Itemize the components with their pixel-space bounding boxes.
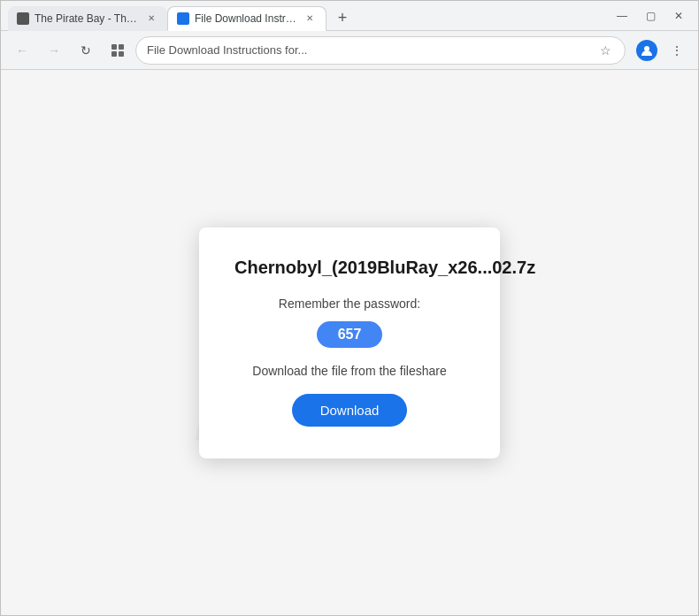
back-button[interactable]: ← — [8, 36, 36, 65]
password-badge: 657 — [317, 321, 383, 348]
tab-file-download-title: File Download Instructions for... — [195, 12, 297, 25]
tab-pirate-bay-close[interactable]: ✕ — [144, 12, 158, 26]
address-bar[interactable]: File Download Instructions for... ☆ — [135, 36, 626, 65]
browser-window: The Pirate Bay - The galaxy's m... ✕ Fil… — [0, 0, 699, 616]
close-button[interactable]: ✕ — [666, 4, 691, 28]
svg-rect-3 — [119, 51, 124, 57]
browser-menu-icons: ⋮ — [633, 36, 691, 65]
file-download-favicon — [177, 12, 189, 25]
dialog-title: Chernobyl_(2019BluRay_x26...02.7z — [234, 256, 465, 279]
maximize-button[interactable]: ▢ — [638, 4, 663, 28]
svg-rect-1 — [119, 44, 124, 50]
dialog-card: Chernobyl_(2019BluRay_x26...02.7z Rememb… — [199, 227, 500, 458]
tab-file-download-close[interactable]: ✕ — [303, 12, 317, 26]
svg-rect-2 — [111, 51, 117, 57]
forward-button[interactable]: → — [40, 36, 68, 65]
title-bar: The Pirate Bay - The galaxy's m... ✕ Fil… — [1, 1, 698, 31]
svg-rect-0 — [111, 44, 117, 50]
dialog-instruction: Download the file from the fileshare — [234, 364, 465, 378]
new-tab-button[interactable]: + — [330, 6, 355, 31]
address-bar-text: File Download Instructions for... — [147, 43, 591, 57]
window-controls: — ▢ ✕ — [610, 4, 691, 28]
tab-bar: The Pirate Bay - The galaxy's m... ✕ Fil… — [8, 1, 606, 31]
nav-bar: ← → ↻ File Download Instructions for... … — [1, 31, 698, 70]
avatar — [636, 40, 657, 61]
refresh-button[interactable]: ↻ — [72, 36, 100, 65]
more-options-button[interactable]: ⋮ — [663, 36, 691, 65]
dialog-remember-label: Remember the password: — [234, 296, 465, 311]
profile-button[interactable] — [633, 36, 661, 65]
download-button[interactable]: Download — [292, 394, 408, 427]
pirate-bay-favicon — [17, 12, 29, 25]
minimize-button[interactable]: — — [610, 4, 634, 28]
page-content: FISH.LTD Chernobyl_(2019BluRay_x26...02.… — [1, 70, 698, 615]
bookmark-icon[interactable]: ☆ — [596, 42, 614, 59]
tab-pirate-bay[interactable]: The Pirate Bay - The galaxy's m... ✕ — [8, 6, 167, 31]
tab-pirate-bay-title: The Pirate Bay - The galaxy's m... — [35, 12, 139, 25]
address-right-icons: ☆ — [596, 42, 614, 59]
tab-file-download[interactable]: File Download Instructions for... ✕ — [167, 6, 326, 31]
extensions-button[interactable] — [104, 36, 132, 65]
